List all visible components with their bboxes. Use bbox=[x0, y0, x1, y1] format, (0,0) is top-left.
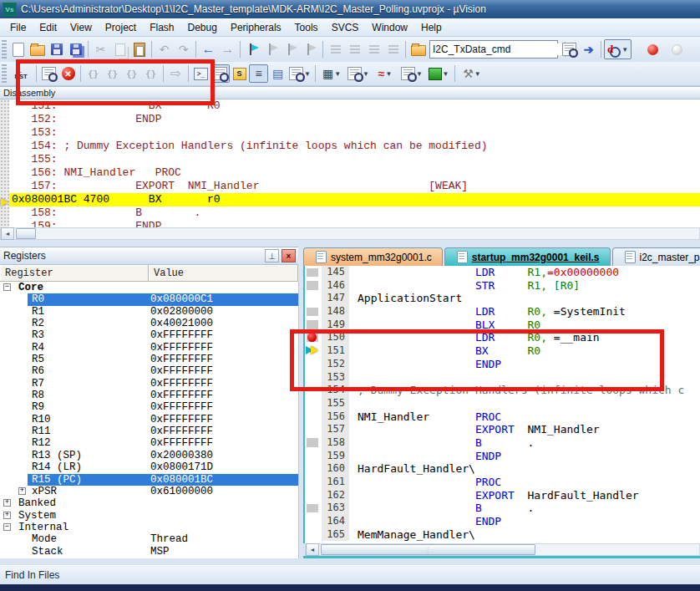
register-row[interactable]: R90xFFFFFFFF bbox=[0, 401, 298, 413]
gutter-cell[interactable] bbox=[305, 528, 322, 542]
cut-button[interactable]: ✂ bbox=[91, 40, 110, 59]
close-registers-button[interactable]: × bbox=[282, 249, 296, 262]
new-file-button[interactable] bbox=[8, 40, 28, 59]
register-row[interactable]: R80xFFFFFFFF bbox=[0, 390, 298, 401]
menu-item-edit[interactable]: Edit bbox=[33, 19, 63, 36]
toolbar-grip[interactable] bbox=[2, 64, 7, 83]
register-row[interactable]: ModeThread bbox=[0, 533, 298, 545]
debug-session-button[interactable]: d ▼ bbox=[604, 39, 632, 59]
clear-bookmarks-button[interactable] bbox=[301, 40, 320, 59]
copy-button[interactable] bbox=[110, 40, 129, 59]
serial-windows-button[interactable]: ▼ bbox=[345, 64, 372, 83]
editor-line[interactable]: 162 EXPORT HardFault_Handler bbox=[305, 489, 700, 502]
watch-window-button[interactable]: ▼ bbox=[287, 64, 312, 83]
gutter-cell[interactable] bbox=[305, 515, 322, 528]
register-row[interactable]: R120xFFFFFFFF bbox=[0, 437, 298, 449]
menu-item-project[interactable]: Project bbox=[99, 19, 143, 36]
unindent-button[interactable] bbox=[345, 40, 364, 59]
pin-button[interactable]: ⊥ bbox=[265, 249, 279, 262]
menu-item-debug[interactable]: Debug bbox=[181, 19, 224, 36]
chevron-down-icon[interactable]: ▼ bbox=[334, 70, 341, 78]
menu-item-window[interactable]: Window bbox=[365, 19, 414, 36]
redo-button[interactable]: ↷ bbox=[174, 40, 193, 59]
scroll-left-icon[interactable]: ◄ bbox=[306, 543, 319, 556]
previous-bookmark-button[interactable] bbox=[262, 40, 282, 59]
save-all-button[interactable] bbox=[66, 40, 85, 59]
register-row[interactable]: R110xFFFFFFFF bbox=[0, 425, 298, 437]
register-row[interactable]: R40xFFFFFFFF bbox=[0, 342, 298, 354]
toolbox-button[interactable]: ⚒▼ bbox=[458, 64, 486, 83]
register-row[interactable]: +xPSR0x61000000 bbox=[0, 486, 298, 497]
search-input[interactable] bbox=[430, 43, 565, 55]
search-combo[interactable]: ▼ bbox=[429, 40, 558, 59]
save-button[interactable] bbox=[47, 40, 66, 59]
gutter-cell[interactable] bbox=[305, 450, 322, 463]
call-stack-window-button[interactable]: ▤ bbox=[268, 64, 287, 83]
register-row[interactable]: +System bbox=[0, 510, 298, 522]
editor-line[interactable]: 156NMI_Handler PROC bbox=[305, 410, 700, 424]
disassembly-line[interactable]: 159: ENDP bbox=[9, 220, 700, 227]
system-viewer-button[interactable]: ▼ bbox=[425, 64, 452, 83]
scroll-left-icon[interactable]: ◄ bbox=[1, 227, 14, 240]
toolbar-grip[interactable] bbox=[2, 40, 7, 59]
disassembly-current-line[interactable]: 0x080001BC 4700 BX r0 bbox=[9, 193, 700, 206]
configure-flash-button[interactable] bbox=[408, 40, 428, 59]
editor-line[interactable]: 160HardFault_Handler\ bbox=[305, 462, 700, 476]
value-column-header[interactable]: Value bbox=[149, 265, 298, 282]
chevron-down-icon[interactable]: ▼ bbox=[474, 70, 481, 78]
find-in-files-button[interactable] bbox=[560, 40, 579, 59]
register-row[interactable]: +Banked bbox=[0, 497, 298, 509]
editor-line[interactable]: 164 ENDP bbox=[305, 515, 700, 528]
gutter-cell[interactable] bbox=[305, 502, 322, 515]
gutter-cell[interactable] bbox=[305, 266, 322, 279]
find-in-files-bar[interactable]: Find In Files bbox=[0, 565, 700, 584]
tab-system-mm32g0001-c[interactable]: system_mm32g0001.c bbox=[303, 247, 443, 266]
menu-item-file[interactable]: File bbox=[3, 19, 33, 36]
gutter-cell[interactable] bbox=[305, 397, 322, 410]
tab-startup-mm32g0001-keil-s[interactable]: startup_mm32g0001_keil.s bbox=[444, 247, 611, 266]
disassembly-hscrollbar[interactable]: ◄ bbox=[0, 227, 700, 240]
title-bar[interactable]: Vs C:\Users\Administrator\Desktop\1\I2C_… bbox=[0, 0, 700, 18]
editor-line[interactable]: 158 B . bbox=[305, 436, 700, 450]
indent-button[interactable] bbox=[326, 40, 345, 59]
symbol-window-button[interactable]: ▼ bbox=[398, 64, 425, 83]
editor-line[interactable]: 161 PROC bbox=[305, 476, 700, 489]
editor-line[interactable]: 165MemManage_Handler\ bbox=[305, 528, 700, 542]
menu-item-svcs[interactable]: SVCS bbox=[325, 19, 366, 36]
register-row[interactable]: −Internal bbox=[0, 522, 298, 533]
scrollbar-thumb[interactable]: ⋮ bbox=[321, 544, 535, 555]
serial-window-button[interactable]: S bbox=[230, 64, 249, 83]
gutter-cell[interactable] bbox=[305, 489, 322, 502]
navigate-forward-button[interactable]: → bbox=[218, 40, 237, 59]
editor-line[interactable]: 148 LDR R0, =SystemInit bbox=[305, 305, 700, 318]
next-bookmark-button[interactable] bbox=[282, 40, 301, 59]
editor-view[interactable]: 145 LDR R1,=0x00000000146 STR R1, [R0]14… bbox=[303, 266, 700, 543]
register-row[interactable]: R00x080000C1 bbox=[0, 293, 298, 305]
gutter-cell[interactable] bbox=[305, 462, 322, 476]
register-row[interactable]: R100xFFFFFFFF bbox=[0, 414, 298, 425]
disassembly-line[interactable]: 153: bbox=[9, 126, 700, 140]
editor-hscrollbar[interactable]: ◄ ⋮ bbox=[305, 543, 700, 556]
tree-expand-box[interactable]: + bbox=[18, 487, 26, 495]
register-row[interactable]: R30xFFFFFFFF bbox=[0, 329, 298, 341]
gutter-cell[interactable] bbox=[305, 476, 322, 489]
logic-analyzer-button[interactable]: ≈▼ bbox=[372, 64, 398, 83]
register-row[interactable]: R20x40021000 bbox=[0, 318, 298, 329]
gutter-cell[interactable] bbox=[305, 292, 322, 305]
disassembly-line[interactable]: 154: ; Dummy Exception Handlers (infinit… bbox=[9, 140, 700, 153]
disassembly-line[interactable]: 155: bbox=[9, 153, 700, 166]
disassembly-view[interactable]: 151: BX R0 152: ENDP 153: 154: ; Dummy E… bbox=[9, 99, 700, 227]
editor-line[interactable]: 147ApplicationStart bbox=[305, 292, 700, 305]
register-row[interactable]: R70xFFFFFFFF bbox=[0, 378, 298, 390]
uncomment-button[interactable] bbox=[383, 40, 403, 59]
register-row[interactable]: StackMSP bbox=[0, 546, 298, 558]
chevron-down-icon[interactable]: ▼ bbox=[304, 70, 311, 78]
comment-button[interactable] bbox=[364, 40, 383, 59]
editor-line[interactable]: 146 STR R1, [R0] bbox=[305, 279, 700, 293]
menu-item-flash[interactable]: Flash bbox=[143, 19, 180, 36]
open-file-button[interactable] bbox=[28, 40, 47, 59]
menu-item-peripherals[interactable]: Peripherals bbox=[224, 19, 288, 36]
tree-expand-box[interactable]: + bbox=[3, 512, 11, 519]
register-row[interactable]: R14 (LR)0x0800171D bbox=[0, 461, 298, 473]
gutter-cell[interactable] bbox=[305, 305, 322, 318]
